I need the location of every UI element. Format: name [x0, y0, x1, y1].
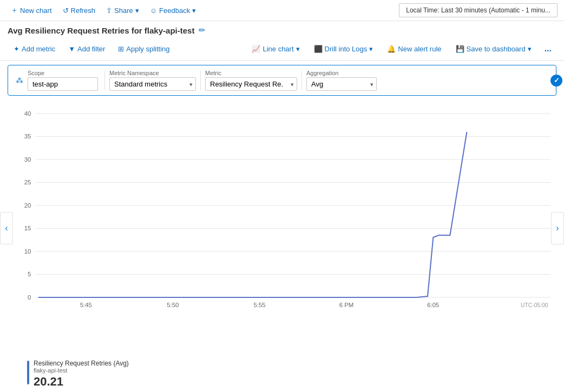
drill-icon: ⬛	[314, 45, 323, 53]
drill-chevron-icon: ▾	[369, 45, 373, 53]
chart-container: 40 35 30 25 20 15 10 5 0 5:45 5:50 5:55 …	[8, 105, 556, 311]
svg-text:35: 35	[24, 134, 31, 140]
line-chart-icon: 📈	[252, 45, 260, 53]
nav-arrow-left[interactable]: ‹	[0, 212, 13, 244]
namespace-select-wrapper: Standard metrics	[109, 77, 196, 91]
svg-text:6 PM: 6 PM	[339, 302, 354, 308]
svg-text:5:55: 5:55	[254, 302, 266, 308]
svg-text:UTC-05:00: UTC-05:00	[521, 302, 548, 308]
scope-label: Scope	[28, 70, 98, 76]
save-icon: 💾	[456, 45, 464, 53]
svg-text:6:05: 6:05	[427, 302, 439, 308]
aggregation-select[interactable]: Avg	[306, 77, 377, 91]
title-bar: Avg Resiliency Request Retries for flaky…	[0, 21, 564, 38]
new-alert-rule-button[interactable]: 🔔 New alert rule	[381, 42, 447, 56]
legend-value: 20.21	[34, 375, 129, 389]
chart-legend: Resiliency Request Retries (Avg) flaky-a…	[0, 356, 564, 392]
metric-select[interactable]: Resiliency Request Re...	[205, 77, 297, 91]
legend-subtitle: flaky-api-test	[34, 367, 129, 374]
new-chart-button[interactable]: ＋ New chart	[6, 3, 56, 17]
top-toolbar: ＋ New chart ↺ Refresh ⇧ Share ▾ ☺ Feedba…	[0, 0, 564, 21]
svg-text:5:45: 5:45	[80, 302, 92, 308]
chart-wrapper: ‹ › 40 35	[0, 100, 564, 356]
add-filter-button[interactable]: ▼ Add filter	[62, 42, 111, 56]
refresh-icon: ↺	[63, 6, 69, 15]
apply-splitting-button[interactable]: ⊞ Apply splitting	[112, 42, 175, 56]
metric-select-wrapper: Resiliency Request Re...	[205, 77, 297, 91]
chart-svg: 40 35 30 25 20 15 10 5 0 5:45 5:50 5:55 …	[8, 105, 556, 311]
more-options-button[interactable]: ...	[540, 41, 556, 57]
chart-area: 40 35 30 25 20 15 10 5 0 5:45 5:50 5:55 …	[0, 100, 564, 327]
save-chevron-icon: ▾	[528, 45, 532, 53]
namespace-separator	[200, 71, 201, 90]
svg-text:10: 10	[24, 248, 31, 255]
drill-into-logs-button[interactable]: ⬛ Drill into Logs ▾	[308, 42, 379, 56]
aggregation-select-wrapper: Avg	[306, 77, 377, 91]
svg-text:25: 25	[24, 180, 31, 186]
namespace-label: Metric Namespace	[109, 70, 196, 76]
scope-row: ⁂ Scope Metric Namespace Standard metric…	[8, 65, 556, 96]
svg-text:40: 40	[24, 110, 31, 117]
metric-field: Metric Resiliency Request Re...	[205, 70, 297, 91]
scope-separator	[104, 71, 105, 90]
scope-input[interactable]	[28, 77, 98, 91]
share-icon: ⇧	[106, 6, 112, 15]
splitting-icon: ⊞	[118, 45, 124, 53]
namespace-field: Metric Namespace Standard metrics	[109, 70, 196, 91]
svg-text:0: 0	[28, 294, 31, 301]
legend-text: Resiliency Request Retries (Avg) flaky-a…	[34, 360, 129, 389]
metric-label: Metric	[205, 70, 297, 76]
feedback-chevron-icon: ▾	[192, 6, 196, 15]
line-chart-chevron-icon: ▾	[296, 45, 300, 53]
legend-title: Resiliency Request Retries (Avg)	[34, 360, 129, 367]
share-chevron-icon: ▾	[135, 6, 139, 15]
refresh-button[interactable]: ↺ Refresh	[58, 4, 100, 17]
feedback-icon: ☺	[150, 6, 157, 15]
metric-toolbar: ✦ Add metric ▼ Add filter ⊞ Apply splitt…	[0, 38, 564, 61]
add-metric-button[interactable]: ✦ Add metric	[8, 42, 61, 56]
save-to-dashboard-button[interactable]: 💾 Save to dashboard ▾	[450, 42, 537, 56]
add-metric-icon: ✦	[14, 45, 19, 53]
aggregation-field: Aggregation Avg	[306, 70, 377, 91]
scope-icon: ⁂	[16, 76, 23, 85]
chart-title: Avg Resiliency Request Retries for flaky…	[8, 26, 194, 35]
svg-text:5: 5	[28, 271, 31, 278]
plus-icon: ＋	[11, 5, 18, 15]
confirm-metric-button[interactable]: ✓	[550, 75, 562, 87]
feedback-button[interactable]: ☺ Feedback ▾	[146, 4, 200, 17]
share-button[interactable]: ⇧ Share ▾	[102, 4, 143, 17]
filter-icon: ▼	[68, 45, 75, 53]
scope-field: Scope	[28, 70, 98, 91]
edit-icon[interactable]: ✏	[199, 25, 206, 35]
aggregation-label: Aggregation	[306, 70, 377, 76]
time-range-button[interactable]: Local Time: Last 30 minutes (Automatic -…	[399, 3, 558, 17]
svg-text:30: 30	[24, 156, 31, 163]
svg-text:5:50: 5:50	[167, 302, 179, 308]
line-chart-button[interactable]: 📈 Line chart ▾	[246, 42, 305, 56]
namespace-select[interactable]: Standard metrics	[109, 77, 196, 91]
svg-text:15: 15	[24, 225, 31, 232]
metric-separator	[301, 71, 302, 90]
svg-text:20: 20	[24, 202, 31, 209]
legend-color-bar	[27, 361, 29, 384]
alert-icon: 🔔	[387, 45, 396, 53]
nav-arrow-right[interactable]: ›	[551, 212, 564, 244]
metric-toolbar-right: 📈 Line chart ▾ ⬛ Drill into Logs ▾ 🔔 New…	[246, 41, 556, 57]
